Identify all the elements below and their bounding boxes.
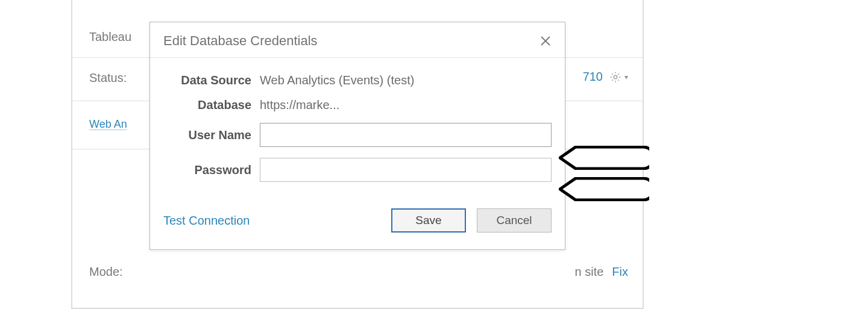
database-value: https://marke... — [260, 98, 552, 112]
tab-label: Tableau — [89, 30, 131, 43]
data-source-label: Data Source — [163, 73, 251, 87]
mode-row: Mode: n site Fix — [72, 252, 643, 293]
dialog-body: Data Source Web Analytics (Events) (test… — [150, 58, 565, 196]
chevron-down-icon: ▾ — [624, 73, 628, 81]
password-input[interactable] — [260, 158, 552, 182]
mode-label: Mode: — [89, 265, 123, 278]
password-label: Password — [163, 163, 251, 177]
dialog-footer: Test Connection Save Cancel — [150, 196, 565, 249]
callout-tag-icon — [559, 146, 649, 170]
callout-tag-username — [559, 146, 649, 170]
cancel-button[interactable]: Cancel — [477, 208, 552, 233]
fix-link[interactable]: Fix — [612, 265, 628, 279]
test-connection-link[interactable]: Test Connection — [163, 214, 250, 228]
footer-fragment-text: n site — [575, 265, 604, 279]
save-button[interactable]: Save — [391, 208, 466, 233]
gear-icon — [609, 70, 622, 84]
status-row-right: 710 ▾ — [583, 70, 628, 84]
username-input[interactable] — [260, 123, 552, 147]
edit-credentials-dialog: Edit Database Credentials Data Source We… — [149, 22, 565, 250]
settings-gear-button[interactable]: ▾ — [609, 70, 628, 84]
close-icon — [540, 36, 551, 46]
callout-tag-icon — [559, 177, 649, 201]
svg-point-0 — [614, 75, 617, 79]
status-label: Status: — [89, 71, 127, 84]
dialog-title: Edit Database Credentials — [163, 33, 318, 49]
data-source-value: Web Analytics (Events) (test) — [260, 73, 552, 87]
password-row: Password — [163, 158, 552, 182]
header-fragment-text: 710 — [583, 70, 603, 84]
username-label: User Name — [163, 128, 251, 142]
dialog-header: Edit Database Credentials — [150, 22, 565, 58]
dialog-close-button[interactable] — [539, 35, 552, 47]
data-source-row: Data Source Web Analytics (Events) (test… — [163, 73, 552, 87]
database-label: Database — [163, 98, 251, 112]
username-row: User Name — [163, 123, 552, 147]
partial-web-analytics-link[interactable]: Web An — [89, 118, 127, 130]
mode-row-right: n site Fix — [575, 265, 628, 279]
callout-tag-password — [559, 177, 649, 201]
database-row: Database https://marke... — [163, 98, 552, 112]
